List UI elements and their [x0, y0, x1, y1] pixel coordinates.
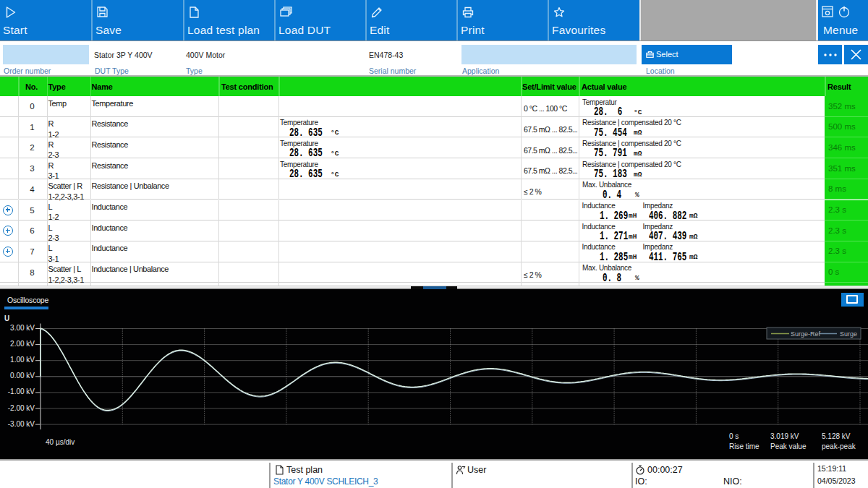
svg-text:Surge: Surge	[840, 330, 857, 338]
svg-text:Surge-Ref: Surge-Ref	[791, 330, 821, 338]
